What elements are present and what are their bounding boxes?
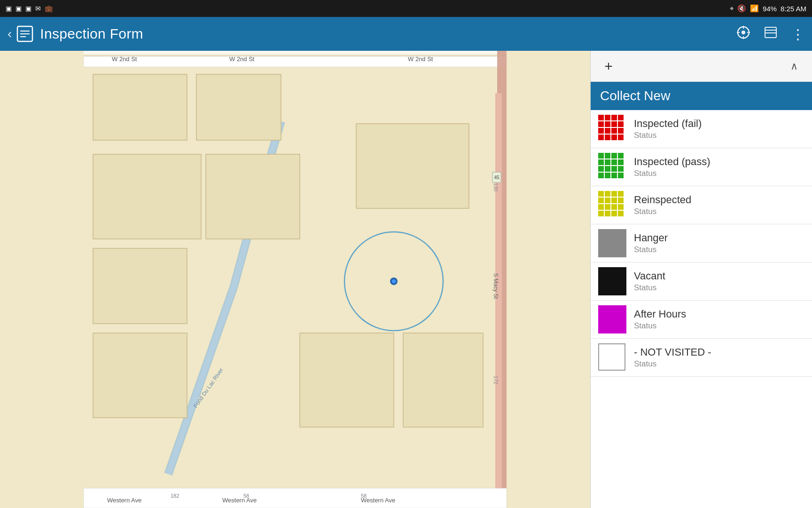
svg-text:45: 45 [494,175,500,180]
svg-text:182: 182 [171,493,179,499]
vacant-icon [598,267,626,295]
briefcase-icon: 💼 [45,5,53,12]
svg-rect-16 [84,56,507,67]
app-toolbar: ‹ Inspection Form [0,17,812,51]
reinspected-icon [598,191,626,219]
status-bar-left: ▣ ▣ ▣ ✉ 💼 [6,5,53,12]
inspected-fail-label: Inspected (fail) [634,118,702,130]
after-hours-sub: Status [634,321,686,331]
main-content: 130 S Macy St 172 W 2nd St W 2nd St W 2n… [0,51,812,508]
items-list: Inspected (fail) Status Inspected (pass) [591,110,812,508]
svg-rect-20 [196,74,281,140]
reinspected-sub: Status [634,207,691,216]
sim1-icon: ▣ [6,5,12,12]
app-icon [16,24,34,43]
reinspected-text: Reinspected Status [634,194,691,216]
toolbar-actions: ⋮ [736,25,804,43]
list-item[interactable]: Inspected (pass) Status [591,148,812,186]
status-bar-right: ⌖ 🔇 📶 94% 8:25 AM [730,4,806,13]
not-visited-sub: Status [634,359,711,369]
inspected-pass-label: Inspected (pass) [634,156,710,168]
vacant-text: Vacant Status [634,270,665,293]
mute-icon: 🔇 [737,4,746,13]
svg-point-46 [392,279,396,283]
location-status-icon: ⌖ [730,4,734,13]
chevron-up-icon: ∧ [790,60,798,72]
after-hours-text: After Hours Status [634,308,686,331]
svg-text:58: 58 [361,493,367,499]
svg-rect-27 [93,333,187,418]
inspected-pass-icon [598,153,626,181]
add-button[interactable]: + [598,56,619,77]
more-vertical-icon[interactable]: ⋮ [791,26,804,42]
page-title: Inspection Form [40,26,736,42]
time-display: 8:25 AM [781,5,806,13]
collapse-button[interactable]: ∧ [784,56,804,77]
inspected-fail-icon [598,115,626,143]
vacant-sub: Status [634,283,665,293]
not-visited-text: - NOT VISITED - Status [634,346,711,369]
svg-text:Western Ave: Western Ave [222,497,257,504]
list-item[interactable]: - NOT VISITED - Status [591,339,812,377]
hanger-label: Hanger [634,232,668,244]
vacant-label: Vacant [634,270,665,282]
svg-rect-24 [300,333,394,427]
not-visited-label: - NOT VISITED - [634,346,711,358]
list-item[interactable]: Reinspected Status [591,186,812,224]
svg-text:W 2nd St: W 2nd St [112,56,137,63]
battery-label: 94% [763,5,777,13]
wifi-icon: 📶 [750,4,759,13]
collect-new-header: Collect New [591,82,812,110]
svg-text:S Macy St: S Macy St [492,273,499,299]
svg-rect-34 [84,488,507,508]
map-area[interactable]: 130 S Macy St 172 W 2nd St W 2nd St W 2n… [0,51,590,508]
svg-rect-23 [356,124,469,208]
hanger-text: Hanger Status [634,232,668,254]
plus-icon: + [604,58,613,74]
sim3-icon: ▣ [25,5,31,12]
svg-rect-26 [93,248,187,324]
svg-point-5 [742,31,745,34]
list-item[interactable]: Hanger Status [591,224,812,262]
mail-icon: ✉ [35,5,41,12]
inspected-fail-text: Inspected (fail) Status [634,118,702,140]
svg-rect-18 [495,93,502,507]
list-item[interactable]: Vacant Status [591,262,812,301]
side-panel: + ∧ Collect New [590,51,812,508]
reinspected-label: Reinspected [634,194,691,206]
svg-text:W 2nd St: W 2nd St [229,56,255,63]
location-target-icon[interactable] [736,25,750,43]
not-visited-icon [598,343,626,372]
inspected-pass-sub: Status [634,169,710,178]
sim2-icon: ▣ [16,5,22,12]
svg-text:172: 172 [493,376,499,384]
svg-rect-21 [93,154,201,239]
status-bar: ▣ ▣ ▣ ✉ 💼 ⌖ 🔇 📶 94% 8:25 AM [0,0,812,17]
svg-text:130: 130 [493,183,499,191]
panel-header: + ∧ [591,51,812,82]
svg-rect-25 [403,333,483,427]
collect-new-title: Collect New [600,88,670,103]
inspected-fail-sub: Status [634,131,702,140]
list-item[interactable]: Inspected (fail) Status [591,110,812,148]
hanger-sub: Status [634,245,668,254]
svg-rect-19 [93,74,187,140]
svg-text:Western Ave: Western Ave [107,497,141,504]
svg-rect-22 [206,154,300,239]
svg-text:W 2nd St: W 2nd St [408,56,433,63]
inspected-pass-text: Inspected (pass) Status [634,156,710,178]
back-button[interactable]: ‹ [8,26,12,41]
after-hours-icon [598,305,626,333]
hanger-icon [598,229,626,257]
after-hours-label: After Hours [634,308,686,320]
svg-text:58: 58 [243,493,249,499]
layers-icon[interactable] [764,25,778,43]
list-item[interactable]: After Hours Status [591,301,812,339]
